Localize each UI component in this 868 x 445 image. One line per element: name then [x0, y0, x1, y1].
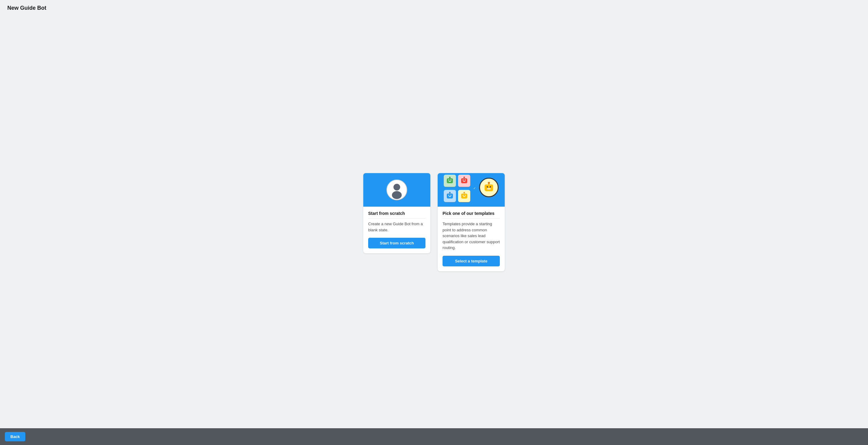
- svg-rect-15: [448, 195, 449, 196]
- svg-rect-26: [490, 186, 491, 187]
- svg-rect-25: [487, 186, 488, 187]
- robot-blue: [444, 190, 456, 202]
- robots-illustration: ✓ →: [444, 174, 499, 205]
- svg-rect-16: [451, 195, 452, 196]
- template-card-title: Pick one of our templates: [442, 211, 500, 219]
- svg-rect-5: [451, 180, 452, 181]
- svg-rect-9: [461, 178, 467, 183]
- svg-point-23: [464, 192, 465, 193]
- svg-rect-4: [448, 180, 449, 181]
- target-robot: [479, 178, 499, 197]
- robot-grid: [444, 174, 471, 203]
- main-content: Start from scratch Create a new Guide Bo…: [0, 16, 868, 428]
- footer-bar: Back: [0, 428, 868, 445]
- back-button[interactable]: Back: [5, 432, 25, 441]
- svg-point-8: [449, 177, 451, 178]
- svg-rect-27: [487, 188, 491, 189]
- svg-rect-21: [465, 195, 466, 196]
- svg-point-2: [392, 191, 402, 199]
- svg-rect-11: [465, 180, 466, 181]
- svg-point-13: [464, 177, 465, 178]
- robot-green: [444, 174, 456, 187]
- template-card-image: ✓ →: [438, 173, 505, 206]
- svg-rect-24: [485, 184, 493, 191]
- svg-rect-14: [447, 194, 453, 198]
- svg-rect-3: [447, 178, 453, 183]
- check-circle-icon: ✓: [472, 185, 477, 191]
- svg-rect-17: [448, 196, 451, 197]
- scratch-card-body: Start from scratch Create a new Guide Bo…: [363, 206, 430, 253]
- svg-rect-20: [463, 195, 464, 196]
- svg-point-18: [449, 192, 451, 193]
- svg-rect-12: [463, 181, 465, 182]
- scratch-card-description: Create a new Guide Bot from a blank stat…: [368, 221, 426, 233]
- select-template-button[interactable]: Select a template: [442, 256, 500, 266]
- cards-container: Start from scratch Create a new Guide Bo…: [363, 173, 505, 271]
- robot-yellow: [458, 190, 470, 202]
- start-from-scratch-button[interactable]: Start from scratch: [368, 238, 426, 248]
- template-card-description: Templates provide a starting point to ad…: [442, 221, 500, 251]
- person-silhouette-icon: [386, 179, 407, 200]
- svg-rect-6: [448, 181, 451, 182]
- scratch-card-image: [363, 173, 430, 206]
- scratch-card: Start from scratch Create a new Guide Bo…: [363, 173, 430, 253]
- svg-rect-10: [463, 180, 464, 181]
- robot-red: [458, 174, 470, 187]
- page-title: New Guide Bot: [7, 5, 861, 11]
- svg-point-1: [394, 184, 400, 190]
- svg-point-29: [488, 182, 490, 184]
- scratch-card-title: Start from scratch: [368, 211, 426, 219]
- svg-rect-22: [463, 196, 465, 197]
- svg-rect-19: [461, 194, 467, 198]
- template-card-body: Pick one of our templates Templates prov…: [438, 206, 505, 271]
- template-card: ✓ →: [438, 173, 505, 271]
- page-header: New Guide Bot: [0, 0, 868, 16]
